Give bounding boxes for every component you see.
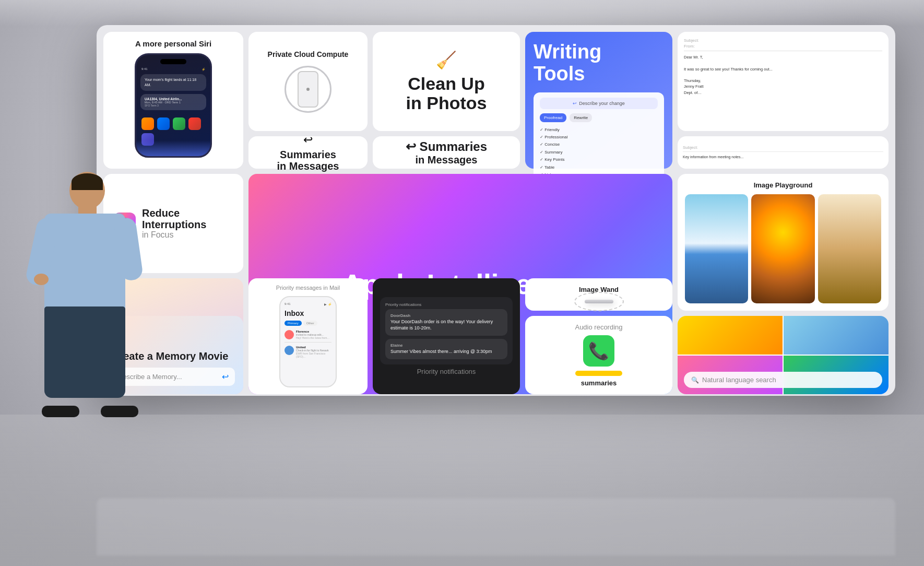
card-siri: A more personal Siri 9:41⚡ Your mom's fl… — [103, 32, 243, 169]
siri-title: A more personal Siri — [135, 39, 211, 48]
siri-message: Your mom's flight lands at 11:18 AM. — [145, 77, 202, 88]
mail-tab-primary: Primary — [285, 321, 302, 326]
cleanup-icon: 🧹 — [436, 50, 457, 70]
card-writing: WritingTools ↩ Describe your change Proo… — [525, 32, 672, 169]
image-dog — [818, 194, 881, 303]
notif1-text: Your DoorDash order is on the way! Your … — [390, 319, 502, 331]
card-summaries: ↩ Summaries in Messages — [248, 136, 368, 169]
image-playground-title: Image Playground — [685, 181, 881, 189]
card-cleanup: 🧹 Clean Up in Photos — [373, 32, 520, 131]
card-email-panel: Subject: From: Dear Mr. T, It was so gre… — [678, 32, 889, 131]
audio-sublabel: summaries — [581, 379, 617, 387]
audio-title: Audio recording — [575, 323, 622, 331]
image-mountain — [685, 194, 748, 303]
card-priority-notif: Priority notifications DoorDash Your Doo… — [373, 278, 520, 394]
cleanup-line1: Clean Up — [408, 74, 484, 93]
card-image-playground: Image Playground — [678, 174, 889, 311]
feature-board: A more personal Siri 9:41⚡ Your mom's fl… — [97, 25, 895, 396]
writing-title: WritingTools — [534, 41, 664, 85]
image-astronaut — [751, 194, 814, 303]
reduce-title: Reduce Interruptions — [142, 207, 233, 230]
card-writing-right-2: Subject: Key information from meeting no… — [678, 136, 889, 169]
search-placeholder: Natural language search — [702, 376, 776, 384]
card-search: 🔍 Natural language search — [678, 316, 889, 394]
cleanup-line2: in Photos — [406, 93, 487, 113]
mail-title: Priority messages in Mail — [276, 285, 340, 291]
cloud-title: Private Cloud Compute — [268, 50, 349, 58]
board-reflection — [97, 498, 895, 556]
notif1-app: DoorDash — [390, 313, 502, 318]
reduce-subtitle: in Focus — [142, 230, 233, 240]
summaries-line1: Summaries — [280, 149, 336, 160]
summaries-line2: in Messages — [277, 160, 339, 172]
priority-label: Priority notifications — [380, 368, 513, 375]
mail-inbox: Inbox — [285, 309, 331, 317]
card-audio: Audio recording 📞 summaries — [525, 316, 672, 394]
card-summaries-main: ↩ Summaries in Messages — [373, 136, 520, 169]
card-image-wand: Image Wand — [525, 278, 672, 311]
card-mail: Priority messages in Mail 9:41▶ ⚡ Inbox … — [248, 278, 368, 394]
notif2-text: Summer Vibes almost there... arriving @ … — [390, 349, 502, 355]
presenter — [29, 172, 149, 417]
ceiling-ambient — [0, 0, 924, 26]
notif2-app: Elaine — [390, 343, 502, 348]
siri-phone: 9:41⚡ Your mom's flight lands at 11:18 A… — [135, 53, 212, 158]
card-cloud: Private Cloud Compute — [248, 32, 368, 131]
